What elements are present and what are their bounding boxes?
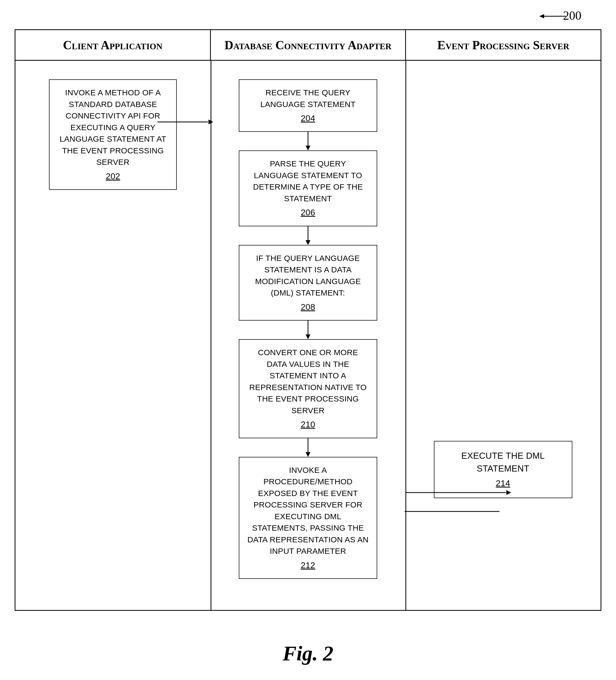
box-206-ref: 206: [301, 206, 315, 219]
col1-header: Client Application: [16, 30, 210, 60]
svg-marker-11: [305, 452, 311, 457]
fig-caption: Fig. 2: [0, 642, 616, 665]
arrow-206-to-208: [304, 226, 312, 245]
box-208-text: If the query language statement is a dat…: [255, 254, 361, 298]
main-diagram: Client Application Database Connectivity…: [14, 29, 602, 611]
arrow-212-to-214: [405, 508, 505, 515]
box-212-text: Invoke a procedure/method exposed by the…: [247, 466, 369, 556]
box-210: Convert one or more data values in the s…: [239, 339, 377, 438]
svg-marker-5: [305, 146, 311, 150]
arrow-210-to-212: [304, 438, 312, 457]
box-204: Receive the query language statement 204: [239, 79, 377, 132]
box-206-text: Parse the query language statement to de…: [253, 159, 363, 203]
box-202-ref: 202: [106, 170, 120, 182]
header-row: Client Application Database Connectivity…: [16, 30, 600, 61]
box-210-text: Convert one or more data values in the s…: [249, 348, 366, 415]
svg-marker-9: [305, 334, 311, 339]
col-left: Invoke a method of a standard database c…: [16, 61, 211, 610]
box-204-ref: 204: [301, 112, 315, 124]
col-middle: Receive the query language statement 204…: [211, 61, 406, 610]
svg-marker-1: [539, 14, 544, 18]
box-204-text: Receive the query language statement: [260, 88, 356, 109]
col2-header: Database Connectivity Adapter: [210, 30, 406, 60]
col3-header: Event Processing Server: [406, 30, 600, 60]
content-area: Invoke a method of a standard database c…: [16, 61, 600, 610]
box-210-ref: 210: [301, 418, 315, 430]
svg-marker-7: [305, 240, 311, 245]
arrow-202-to-204: [157, 118, 213, 126]
box-214-ref: 214: [496, 477, 510, 489]
arrow-204-to-206: [304, 132, 312, 150]
box-214-text: Execute the DML statement: [461, 451, 545, 473]
arrow-208-to-210: [304, 320, 312, 339]
box-202-text: Invoke a method of a standard database c…: [60, 88, 166, 166]
ref-200-arrow: [539, 12, 568, 20]
box-208-ref: 208: [301, 301, 315, 313]
box-214: Execute the DML statement 214: [434, 441, 573, 498]
box-208: If the query language statement is a dat…: [239, 245, 377, 320]
box-206: Parse the query language statement to de…: [239, 150, 377, 226]
box-212: Invoke a procedure/method exposed by the…: [239, 457, 377, 579]
box-212-ref: 212: [301, 559, 315, 571]
col-right: Execute the DML statement 214: [405, 61, 600, 610]
box-202: Invoke a method of a standard database c…: [49, 79, 177, 190]
